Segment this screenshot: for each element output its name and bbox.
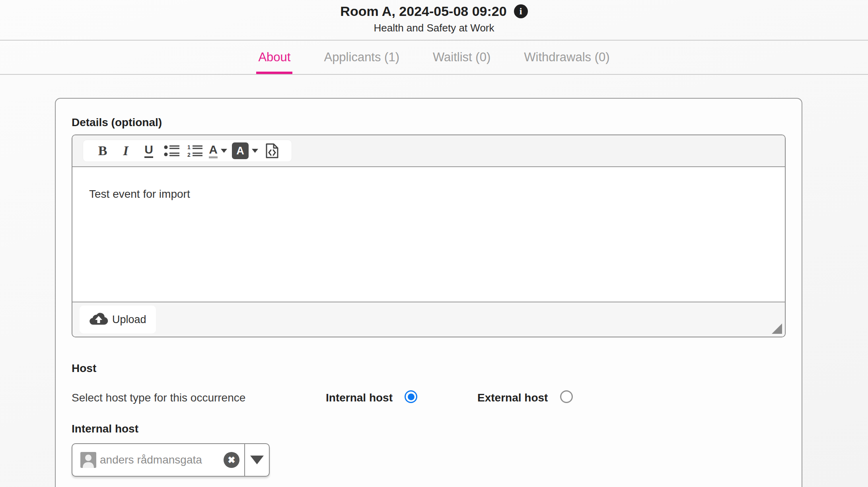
remove-host-icon[interactable]: ✖	[224, 452, 239, 468]
tab-withdrawals[interactable]: Withdrawals (0)	[524, 41, 609, 74]
underline-icon[interactable]: U	[140, 141, 158, 160]
internal-host-select[interactable]: anders rådmansgata ✖	[72, 443, 270, 477]
host-type-label: Select host type for this occurrence	[72, 392, 245, 404]
tab-about[interactable]: About	[258, 41, 290, 74]
italic-icon[interactable]: I	[117, 141, 135, 160]
chevron-down-icon	[221, 149, 227, 153]
tab-waitlist[interactable]: Waitlist (0)	[433, 41, 490, 74]
editor-toolbar: B I U 1 2	[72, 135, 785, 167]
header: Room A, 2024-05-08 09:20 i Health and Sa…	[0, 0, 868, 41]
upload-label: Upload	[112, 314, 146, 326]
internal-host-option-label[interactable]: Internal host	[326, 392, 393, 404]
chevron-down-icon	[252, 149, 258, 153]
background-color-icon[interactable]: A	[232, 141, 258, 160]
internal-host-label: Internal host	[72, 423, 138, 435]
external-host-radio[interactable]	[560, 390, 573, 403]
selected-host-token: anders rådmansgata ✖	[72, 444, 244, 476]
tab-bar: About Applicants (1) Waitlist (0) Withdr…	[0, 41, 868, 75]
resize-handle[interactable]	[772, 323, 782, 334]
info-circle-icon[interactable]: i	[514, 4, 528, 18]
svg-text:1: 1	[187, 144, 191, 150]
host-type-row: Select host type for this occurrence Int…	[56, 389, 802, 408]
internal-host-radio[interactable]	[405, 390, 417, 403]
numbered-list-icon[interactable]: 1 2	[186, 141, 204, 160]
dropdown-arrow-icon	[250, 456, 264, 464]
bulleted-list-icon[interactable]	[163, 141, 181, 160]
selected-host-name: anders rådmansgata	[100, 454, 202, 466]
bold-icon[interactable]: B	[93, 141, 112, 160]
details-editor: B I U 1 2	[72, 134, 786, 337]
page-subtitle: Health and Safety at Work	[0, 22, 868, 34]
cloud-upload-icon	[89, 312, 108, 327]
about-panel: Details (optional) B I U	[55, 98, 802, 487]
external-host-option-label[interactable]: External host	[477, 392, 548, 404]
upload-button[interactable]: Upload	[80, 306, 156, 333]
editor-content[interactable]: Test event for import	[72, 167, 785, 302]
tab-applicants[interactable]: Applicants (1)	[324, 41, 399, 74]
page-title: Room A, 2024-05-08 09:20	[340, 4, 506, 19]
font-color-icon[interactable]: A	[209, 141, 227, 160]
editor-toolbar-group: B I U 1 2	[83, 140, 292, 162]
details-label: Details (optional)	[72, 116, 162, 129]
select-dropdown-button[interactable]	[244, 444, 269, 476]
person-avatar-icon	[80, 452, 96, 468]
host-heading: Host	[72, 362, 96, 375]
view-source-icon[interactable]	[263, 141, 281, 160]
svg-text:2: 2	[187, 152, 191, 158]
editor-footer: Upload	[72, 302, 785, 337]
